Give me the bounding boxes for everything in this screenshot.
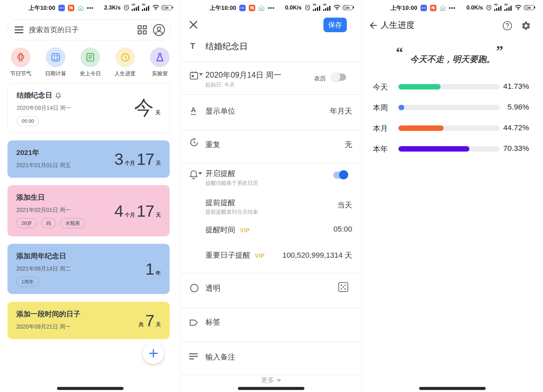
chat-app-icon <box>58 5 65 11</box>
countdown-number: 17 <box>137 150 154 169</box>
countdown-number: 4 <box>114 201 123 220</box>
event-name-field[interactable]: 结婚纪念日 <box>205 41 248 52</box>
progress-value: 44.72% <box>503 123 529 132</box>
category-festivals[interactable]: 节日节气 <box>4 47 37 77</box>
countdown-unit: 天 <box>156 212 161 218</box>
category-label: 节日节气 <box>10 70 31 77</box>
advance-remind-sub: 提前提醒直到当天结束 <box>205 209 258 216</box>
card-title: 添加生日 <box>16 193 45 202</box>
remind-time-label: 提醒时间VIP <box>205 225 250 235</box>
home-indicator[interactable] <box>57 387 124 390</box>
advance-remind-value[interactable]: 当天 <box>337 200 352 210</box>
display-unit-icon: A <box>191 106 196 115</box>
help-icon[interactable] <box>502 21 512 31</box>
countdown-number: 今 <box>134 95 154 121</box>
important-days-value[interactable]: 100,520,999,1314 天 <box>282 250 352 260</box>
search-input[interactable] <box>29 26 137 34</box>
remind-time-value[interactable]: 05:00 <box>334 225 352 234</box>
network-speed: 0.0K/s <box>285 4 302 11</box>
document-icon <box>80 47 100 67</box>
countdown-unit: 天 <box>156 321 161 328</box>
home-app-icon <box>439 5 446 11</box>
event-card-birthday[interactable]: 添加生日 2021年02月01日 周一 28岁 鸡 水瓶座 4 个月 17 天 <box>7 185 170 236</box>
category-label: 人生进度 <box>115 70 136 77</box>
settings-gear-icon[interactable] <box>521 21 531 31</box>
notes-label[interactable]: 输入备注 <box>205 352 235 362</box>
display-unit-label: 显示单位 <box>205 106 235 116</box>
reminder-bell-icon <box>189 170 202 181</box>
category-history-today[interactable]: 史上今日 <box>74 47 107 77</box>
lunar-toggle[interactable] <box>331 72 347 82</box>
more-link[interactable]: 更多 <box>181 376 361 385</box>
event-card-2021[interactable]: 2021年 2021年01月01日 周五 3 个月 17 天 <box>7 140 170 178</box>
category-label: 史上今日 <box>80 70 101 77</box>
dice-icon[interactable] <box>338 281 349 294</box>
progress-fill <box>398 84 441 90</box>
calendar-icon[interactable] <box>189 71 203 82</box>
time-chip: 05:00 <box>17 116 39 126</box>
card-title: 添加一段时间的日子 <box>16 309 80 319</box>
chat-app-icon <box>420 5 427 11</box>
event-date-value[interactable]: 2020年09月14日 周一 <box>205 70 281 80</box>
page-title: 人生进度 <box>381 19 415 31</box>
close-icon[interactable] <box>188 20 199 30</box>
app-screenshot-triptych: 上午10:00 淘 ••• 2.3K/s HD HD 35 <box>0 0 543 392</box>
category-label: 日期计算 <box>45 70 66 77</box>
status-bar: 上午10:00 淘 ••• 2.3K/s HD HD 35 <box>0 4 181 16</box>
grid-view-icon[interactable] <box>137 25 147 35</box>
chevron-down-icon <box>277 379 281 382</box>
category-life-progress[interactable]: 人生进度 <box>109 47 142 77</box>
advance-remind-label: 提前提醒 <box>205 198 235 208</box>
home-indicator[interactable] <box>238 387 304 390</box>
alarm-icon <box>304 4 311 11</box>
countdown-number: 1 <box>145 260 154 278</box>
anniversary-chip: 1周年 <box>16 277 39 287</box>
network-speed: 2.3K/s <box>104 4 121 11</box>
card-countdown: 4 个月 17 天 <box>114 201 161 220</box>
save-button[interactable]: 保存 <box>323 18 347 32</box>
reminder-label: 开启提醒 <box>205 169 235 179</box>
event-card-wedding[interactable]: 结婚纪念日 2020年09月14日 周一 05:00 今 天 <box>7 83 170 133</box>
screen-editor: 上午10:00 淘 ••• 0.0K/s HD HD 35 保存 T 结婚纪念日 <box>181 0 362 392</box>
wifi-icon <box>333 4 341 11</box>
display-unit-value[interactable]: 年月天 <box>330 106 352 116</box>
taobao-app-icon: 淘 <box>430 5 436 11</box>
home-indicator[interactable] <box>419 387 486 390</box>
repeat-label: 重复 <box>205 140 220 150</box>
card-title: 添加周年纪念日 <box>16 251 66 261</box>
status-left: 上午10:00 淘 ••• <box>29 4 94 12</box>
progress-fill <box>398 125 444 131</box>
reminder-toggle[interactable] <box>333 170 348 180</box>
countdown-unit: 年 <box>156 270 161 276</box>
signal-hd-icon-2: HD <box>504 4 512 11</box>
event-card-anniversary[interactable]: 添加周年纪念日 2021年09月14日 周二 1周年 1 年 <box>7 244 170 294</box>
category-row: 节日节气 日期计算 史上今日 人生进度 <box>0 47 181 77</box>
add-event-fab[interactable] <box>143 342 164 364</box>
countdown-number: 3 <box>114 150 123 169</box>
category-lab[interactable]: 实验室 <box>144 47 176 77</box>
vip-badge: VIP <box>240 228 250 233</box>
progress-row-week: 本周 5.96% <box>362 102 543 113</box>
screen-life-progress: 上午10:00 淘 ••• 0.0K/s HD HD 35 人生进度 “ 今天不… <box>362 0 543 392</box>
countdown-unit: 天 <box>155 110 161 116</box>
tag-icon <box>189 318 199 329</box>
close-quote-mark: ” <box>496 43 503 59</box>
event-card-period[interactable]: 添加一段时间的日子 2020年09月21日 周一 共 7 天 <box>7 302 170 339</box>
menu-icon[interactable] <box>15 26 23 34</box>
account-avatar-icon[interactable] <box>153 24 165 36</box>
age-chip: 28岁 <box>16 218 37 228</box>
card-date: 2021年09月14日 周二 <box>16 265 161 273</box>
status-more-icon: ••• <box>449 5 456 11</box>
tag-label[interactable]: 标签 <box>205 317 220 327</box>
vip-badge: VIP <box>255 253 265 259</box>
signal-hd-icon-1: HD <box>313 4 321 11</box>
lunar-label: 农历 <box>314 75 326 82</box>
repeat-value[interactable]: 无 <box>345 140 352 150</box>
signal-hd-icon-1: HD <box>494 4 502 11</box>
flask-icon <box>150 47 170 67</box>
countdown-number: 7 <box>145 311 154 330</box>
clock-icon <box>115 47 135 67</box>
plus-icon <box>148 348 158 358</box>
back-arrow-icon[interactable] <box>368 20 378 31</box>
category-date-calc[interactable]: 日期计算 <box>39 47 72 77</box>
